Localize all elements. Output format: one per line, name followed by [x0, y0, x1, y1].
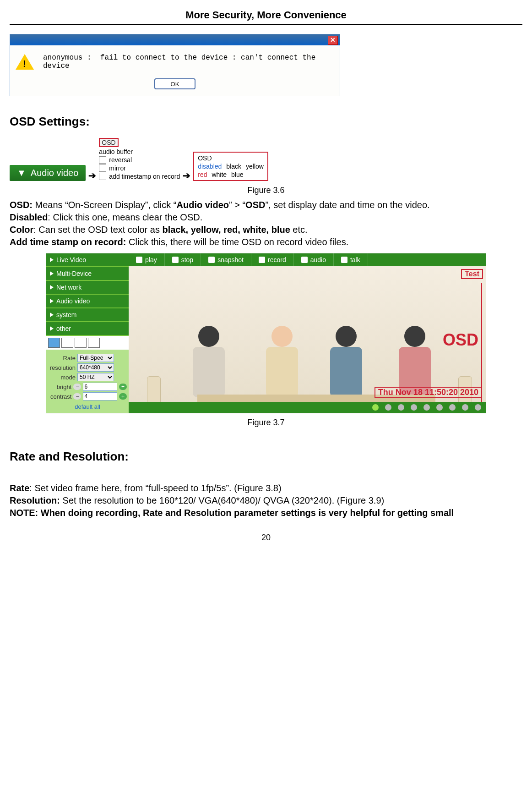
osd-test-overlay: Test: [461, 269, 483, 279]
add-timestamp-label: add timestamp on record: [109, 173, 180, 180]
sidebar-item-network[interactable]: Net work: [46, 281, 129, 294]
main-area: play stop snapshot record audio talk Tes…: [129, 253, 486, 413]
mirror-checkbox[interactable]: [99, 165, 106, 172]
osd-description: OSD: Means “On-Screen Display”, click “A…: [10, 199, 522, 248]
resolution-select[interactable]: 640*480: [77, 363, 114, 372]
osd-callout-line: [481, 283, 482, 402]
video-controls: Rate Full-Spee resolution 640*480 mode 5…: [46, 350, 129, 413]
contrast-increase-button[interactable]: +: [119, 393, 127, 400]
bright-decrease-button[interactable]: −: [73, 384, 81, 390]
stop-button[interactable]: stop: [165, 253, 201, 266]
dialog-titlebar: ✕: [10, 34, 340, 45]
audio-video-menu-button[interactable]: ▼ Audio video: [10, 165, 86, 181]
sidebar-item-multi-device[interactable]: Multi-Device: [46, 267, 129, 280]
mode-select[interactable]: 50 HZ: [77, 373, 114, 381]
osd-black-option[interactable]: black: [226, 163, 241, 170]
osd-boxed-label[interactable]: OSD: [99, 138, 118, 147]
ok-button[interactable]: OK: [154, 78, 195, 89]
play-icon: [136, 257, 142, 263]
osd-white-option[interactable]: white: [212, 171, 227, 178]
channel-dot[interactable]: [411, 404, 417, 411]
rate-label: Rate: [48, 355, 76, 362]
error-dialog: ✕ anonymous : fail to connect to the dev…: [10, 34, 340, 96]
record-button[interactable]: record: [251, 253, 294, 266]
contrast-input[interactable]: [83, 392, 117, 400]
contrast-label: contrast: [48, 393, 71, 400]
audio-icon: [301, 257, 308, 263]
channel-selector-bar: [129, 402, 486, 413]
view-2x2-icon[interactable]: [61, 338, 73, 348]
channel-dot[interactable]: [436, 404, 443, 411]
osd-colors-title: OSD: [198, 154, 264, 162]
add-timestamp-checkbox[interactable]: [99, 173, 106, 180]
close-icon[interactable]: ✕: [328, 36, 338, 45]
channel-dot[interactable]: [372, 404, 379, 411]
bright-increase-button[interactable]: +: [119, 384, 127, 390]
talk-button[interactable]: talk: [334, 253, 368, 266]
channel-dot[interactable]: [398, 404, 404, 411]
note-text: NOTE: When doing recording, Rate and Res…: [10, 508, 454, 518]
osd-colors-panel: OSD disabled black yellow red white blue: [193, 152, 268, 181]
channel-dot[interactable]: [449, 404, 456, 411]
view-4x4-icon[interactable]: [88, 338, 100, 348]
rate-select[interactable]: Full-Spee: [77, 354, 114, 362]
sidebar-item-other[interactable]: other: [46, 322, 129, 335]
chevron-down-icon: ▼: [17, 168, 26, 178]
warning-icon: [16, 54, 34, 70]
default-all-link[interactable]: default all: [48, 403, 127, 410]
resolution-label-text: Resolution:: [10, 495, 60, 505]
view-3x3-icon[interactable]: [75, 338, 87, 348]
sidebar-item-live-video[interactable]: Live Video: [46, 253, 129, 266]
sidebar-item-audio-video[interactable]: Audio video: [46, 295, 129, 307]
arrow-right-icon: ➔: [183, 170, 190, 181]
camera-ui-screenshot: Live Video Multi-Device Net work Audio v…: [46, 253, 486, 413]
osd-red-option[interactable]: red: [198, 171, 207, 178]
chevron-right-icon: [50, 271, 54, 276]
view-1x1-icon[interactable]: [48, 338, 60, 348]
audio-video-label: Audio video: [31, 168, 79, 178]
top-toolbar: play stop snapshot record audio talk: [129, 253, 486, 266]
bright-input[interactable]: [83, 383, 117, 391]
channel-dot[interactable]: [475, 404, 481, 411]
record-icon: [259, 257, 265, 263]
osd-timestamp: Thu Nov 18 11:50:20 2010: [375, 387, 482, 398]
disabled-label: Disabled: [10, 212, 48, 222]
page-header: More Security, More Convenience: [10, 9, 522, 25]
channel-dot[interactable]: [423, 404, 430, 411]
chevron-right-icon: [50, 285, 54, 290]
reversal-checkbox[interactable]: [99, 156, 106, 164]
chevron-right-icon: [50, 313, 54, 317]
video-frame: Test OSD Thu Nov 18 11:50:20 2010: [129, 266, 486, 402]
rate-label-text: Rate: [10, 483, 29, 493]
contrast-decrease-button[interactable]: −: [73, 393, 81, 400]
osd-yellow-option[interactable]: yellow: [246, 163, 264, 170]
rate-resolution-description: Rate: Set video frame here, from “full-s…: [10, 482, 522, 519]
stop-icon: [172, 257, 179, 263]
bright-label: bright: [48, 384, 71, 390]
chevron-right-icon: [50, 299, 54, 303]
camera-icon: [208, 257, 215, 263]
talk-icon: [341, 257, 347, 263]
figure-3-6-row: ▼ Audio video ➔ OSD audio buffer reversa…: [10, 138, 522, 181]
sidebar-item-system[interactable]: system: [46, 308, 129, 321]
audio-button[interactable]: audio: [294, 253, 334, 266]
sidebar: Live Video Multi-Device Net work Audio v…: [46, 253, 129, 413]
channel-dot[interactable]: [462, 404, 468, 411]
snapshot-button[interactable]: snapshot: [201, 253, 251, 266]
audio-buffer-label: audio buffer: [99, 148, 133, 155]
channel-dot[interactable]: [385, 404, 391, 411]
osd-disabled-option[interactable]: disabled: [198, 163, 222, 170]
osd-overlay-label: OSD: [443, 330, 478, 350]
color-label: Color: [10, 225, 33, 235]
page-number: 20: [10, 533, 522, 543]
rate-resolution-heading: Rate and Resolution:: [10, 450, 522, 464]
figure-3-7-caption: Figure 3.7: [10, 418, 522, 428]
mode-label: mode: [48, 374, 76, 381]
osd-label: OSD:: [10, 200, 33, 210]
osd-blue-option[interactable]: blue: [231, 171, 243, 178]
scene-chair: [147, 376, 161, 402]
error-message: anonymous : fail to connect to the devic…: [43, 54, 334, 70]
osd-settings-heading: OSD Settings:: [10, 115, 522, 129]
osd-dropdown-panel: OSD audio buffer reversal mirror add tim…: [99, 138, 180, 181]
play-button[interactable]: play: [129, 253, 165, 266]
